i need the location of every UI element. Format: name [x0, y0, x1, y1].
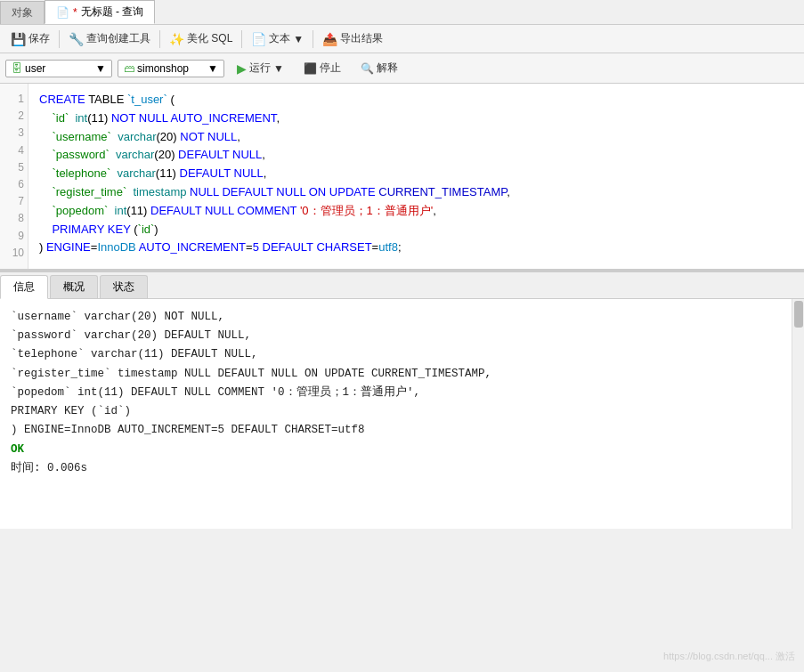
- result-panel: 信息 概况 状态 `username` varchar(20) NOT NULL…: [0, 271, 804, 529]
- result-line-1: `username` varchar(20) NOT NULL,: [11, 308, 781, 327]
- export-icon: 📤: [322, 32, 337, 46]
- save-icon: 💾: [11, 32, 26, 46]
- run-bar: 🗄 user ▼ 🗃 simonshop ▼ ▶ 运行 ▼ ⬛ 停止 🔍 解释: [0, 53, 804, 84]
- schema-icon: 🗃: [124, 62, 134, 75]
- db-icon: 🗄: [12, 62, 22, 75]
- toolbar-separator-3: [241, 30, 242, 48]
- watermark: https://blog.csdn.net/qq... 激活: [663, 650, 795, 663]
- tab-status[interactable]: 状态: [100, 275, 148, 298]
- result-line-6: PRIMARY KEY (`id`): [11, 402, 781, 421]
- stop-icon: ⬛: [304, 62, 317, 75]
- play-icon: ▶: [237, 61, 247, 76]
- toolbar-separator-2: [159, 30, 160, 48]
- query-tool-icon: 🔧: [69, 32, 84, 46]
- editor-wrapper: 1 2 3 4 5 6 7 8 9 10 CREATE TABLE `t_use…: [0, 84, 804, 529]
- run-button[interactable]: ▶ 运行 ▼: [230, 59, 291, 77]
- run-dropdown-arrow: ▼: [273, 62, 284, 75]
- result-time: 时间: 0.006s: [11, 459, 781, 478]
- title-bar: 对象 📄 * 无标题 - 查询: [0, 0, 804, 25]
- scrollbar[interactable]: [792, 299, 804, 529]
- result-content-wrap: `username` varchar(20) NOT NULL, `passwo…: [0, 299, 804, 529]
- active-tab-name: 无标题 - 查询: [81, 4, 144, 20]
- db-selector[interactable]: 🗄 user ▼: [5, 60, 112, 77]
- text-icon: 📄: [251, 32, 266, 46]
- result-line-7: ) ENGINE=InnoDB AUTO_INCREMENT=5 DEFAULT…: [11, 421, 781, 440]
- main-toolbar: 💾 保存 🔧 查询创建工具 ✨ 美化 SQL 📄 文本 ▼ 📤 导出结果: [0, 25, 804, 53]
- result-tabs: 信息 概况 状态: [0, 272, 804, 299]
- save-button[interactable]: 💾 保存: [5, 29, 55, 48]
- result-line-3: `telephone` varchar(11) DEFAULT NULL,: [11, 345, 781, 364]
- text-dropdown-arrow: ▼: [293, 33, 304, 45]
- scrollbar-thumb[interactable]: [794, 301, 803, 328]
- explain-icon: 🔍: [361, 62, 374, 75]
- beautify-sql-button[interactable]: ✨ 美化 SQL: [164, 29, 238, 48]
- schema-name: simonshop: [137, 62, 189, 75]
- text-button[interactable]: 📄 文本 ▼: [246, 29, 309, 48]
- active-tab-icon: 📄: [56, 6, 69, 19]
- stop-button[interactable]: ⬛ 停止: [296, 59, 348, 77]
- db-dropdown-arrow: ▼: [95, 62, 106, 75]
- tab-overview[interactable]: 概况: [50, 275, 98, 298]
- result-line-5: `popedom` int(11) DEFAULT NULL COMMENT '…: [11, 384, 781, 402]
- db-name: user: [25, 62, 45, 75]
- line-numbers: 1 2 3 4 5 6 7 8 9 10: [0, 84, 28, 269]
- toolbar-separator-1: [59, 30, 60, 48]
- explain-button[interactable]: 🔍 解释: [353, 59, 405, 77]
- editor-pane: 1 2 3 4 5 6 7 8 9 10 CREATE TABLE `t_use…: [0, 84, 804, 271]
- tab-info[interactable]: 信息: [0, 275, 48, 299]
- export-button[interactable]: 📤 导出结果: [317, 29, 388, 48]
- result-ok: OK: [11, 441, 781, 459]
- result-line-2: `password` varchar(20) DEFAULT NULL,: [11, 327, 781, 345]
- result-line-4: `register_time` timestamp NULL DEFAULT N…: [11, 365, 781, 384]
- code-editor[interactable]: CREATE TABLE `t_user` ( `id` int(11) NOT…: [28, 84, 804, 269]
- inactive-tab[interactable]: 对象: [0, 1, 45, 24]
- query-tool-button[interactable]: 🔧 查询创建工具: [63, 29, 156, 48]
- beautify-icon: ✨: [169, 32, 184, 46]
- result-content: `username` varchar(20) NOT NULL, `passwo…: [0, 299, 792, 529]
- schema-dropdown-arrow: ▼: [207, 62, 218, 75]
- modified-marker: *: [73, 6, 77, 19]
- toolbar-separator-4: [313, 30, 313, 48]
- active-tab[interactable]: 📄 * 无标题 - 查询: [45, 0, 155, 24]
- schema-selector[interactable]: 🗃 simonshop ▼: [118, 60, 224, 77]
